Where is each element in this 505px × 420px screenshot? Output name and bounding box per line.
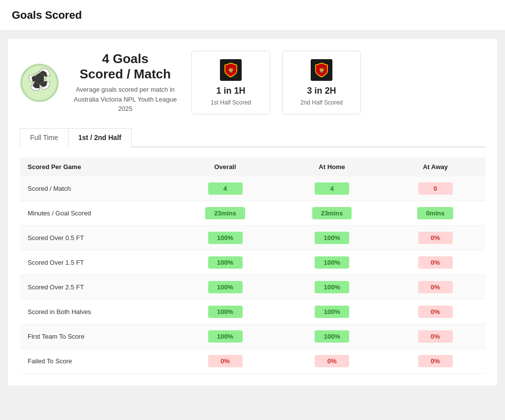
summary-row: 4 Goals Scored / Match Average goals sco… (20, 51, 485, 114)
row-cell-overall: 0% (172, 349, 279, 374)
row-cell-overall: 100% (172, 275, 279, 300)
first-half-stat-number: 1 in 1H (216, 86, 245, 96)
cell-value: 0% (418, 281, 453, 293)
row-label: Scored in Both Halves (20, 300, 172, 324)
row-cell-at_away: 0mins (385, 201, 485, 226)
table-row: Failed To Score0%0%0% (20, 349, 485, 374)
cell-value: 100% (208, 281, 243, 293)
row-label: Scored / Match (20, 176, 172, 201)
cell-value: 100% (208, 256, 243, 269)
cell-value: 0% (418, 330, 453, 343)
cell-value: 0% (418, 256, 453, 269)
cell-value: 4 (315, 182, 349, 195)
row-label: Failed To Score (20, 349, 172, 374)
team-shield-icon: 🦁 (222, 61, 240, 79)
main-stat-subtitle: Average goals scored per match in Austra… (71, 85, 180, 114)
first-half-card: 🦁 1 in 1H 1st Half Scored (191, 51, 270, 114)
row-label: Scored Over 1.5 FT (20, 250, 172, 275)
row-cell-at_home: 100% (279, 324, 386, 349)
tabs-container: Full Time 1st / 2nd Half (20, 128, 485, 147)
main-stat: 4 Goals Scored / Match Average goals sco… (71, 51, 180, 114)
row-cell-at_away: 0% (385, 349, 485, 374)
cell-value: 100% (208, 306, 243, 318)
cell-value: 100% (208, 330, 243, 343)
cell-value: 0% (418, 355, 453, 367)
cell-value: 23mins (205, 207, 245, 219)
team-badge-first-half: 🦁 (220, 59, 242, 81)
row-label: First Team To Score (20, 324, 172, 349)
cell-value: 100% (315, 256, 349, 269)
row-cell-at_home: 4 (279, 176, 386, 201)
table-row: Scored Over 2.5 FT100%100%0% (20, 275, 485, 300)
col-header-at-home: At Home (279, 157, 386, 176)
cell-value: 100% (208, 232, 243, 244)
page-wrapper: Goals Scored (0, 0, 505, 420)
cell-value: 100% (315, 232, 349, 244)
table-row: Scored Over 1.5 FT100%100%0% (20, 250, 485, 275)
tab-full-time[interactable]: Full Time (20, 128, 68, 147)
col-header-overall: Overall (172, 157, 279, 176)
cell-value: 100% (315, 330, 349, 343)
row-cell-at_home: 0% (279, 349, 386, 374)
col-header-label: Scored Per Game (20, 157, 172, 176)
team-badge-second-half: 🦁 (311, 59, 332, 81)
cell-value: 0mins (417, 207, 454, 219)
tab-half-time[interactable]: 1st / 2nd Half (68, 128, 132, 147)
cell-value: 100% (315, 306, 349, 318)
row-cell-overall: 100% (172, 226, 279, 250)
cell-value: 0% (418, 232, 453, 244)
row-cell-overall: 100% (172, 300, 279, 324)
row-cell-overall: 100% (172, 250, 279, 275)
soccer-ball-icon (20, 63, 59, 103)
cell-value: 4 (208, 182, 243, 195)
main-stat-line1: 4 Goals Scored / Match (71, 51, 180, 82)
cell-value: 0 (418, 182, 453, 195)
table-header-row: Scored Per Game Overall At Home At Away (20, 157, 485, 176)
row-label: Scored Over 2.5 FT (20, 275, 172, 300)
row-cell-at_home: 100% (279, 250, 386, 275)
row-cell-at_away: 0 (385, 176, 485, 201)
svg-text:🦁: 🦁 (319, 67, 325, 73)
first-half-stat-label: 1st Half Scored (211, 99, 251, 106)
stats-table: Scored Per Game Overall At Home At Away … (20, 157, 485, 374)
row-cell-at_home: 100% (279, 226, 386, 250)
cell-value: 100% (315, 281, 349, 293)
table-row: Scored / Match440 (20, 176, 485, 201)
svg-text:🦁: 🦁 (228, 67, 234, 73)
row-cell-at_away: 0% (385, 275, 485, 300)
team-shield-icon-2: 🦁 (313, 61, 330, 79)
main-content: 4 Goals Scored / Match Average goals sco… (8, 39, 497, 385)
row-cell-at_home: 100% (279, 300, 386, 324)
second-half-stat-label: 2nd Half Scored (300, 99, 343, 106)
row-cell-at_away: 0% (385, 226, 485, 250)
cell-value: 0% (315, 355, 349, 367)
table-row: Scored Over 0.5 FT100%100%0% (20, 226, 485, 250)
row-cell-at_home: 100% (279, 275, 386, 300)
cell-value: 0% (418, 306, 453, 318)
row-cell-overall: 4 (172, 176, 279, 201)
second-half-stat-number: 3 in 2H (307, 86, 336, 96)
row-cell-at_away: 0% (385, 324, 485, 349)
table-row: First Team To Score100%100%0% (20, 324, 485, 349)
table-row: Scored in Both Halves100%100%0% (20, 300, 485, 324)
header-bar: Goals Scored (0, 0, 505, 31)
row-label: Scored Over 0.5 FT (20, 226, 172, 250)
row-cell-at_home: 23mins (279, 201, 386, 226)
cell-value: 0% (208, 355, 243, 367)
row-cell-at_away: 0% (385, 300, 485, 324)
page-title: Goals Scored (12, 9, 493, 22)
row-cell-overall: 100% (172, 324, 279, 349)
cell-value: 23mins (312, 207, 352, 219)
row-cell-overall: 23mins (172, 201, 279, 226)
col-header-at-away: At Away (385, 157, 485, 176)
table-row: Minutes / Goal Scored23mins23mins0mins (20, 201, 485, 226)
row-label: Minutes / Goal Scored (20, 201, 172, 226)
row-cell-at_away: 0% (385, 250, 485, 275)
second-half-card: 🦁 3 in 2H 2nd Half Scored (282, 51, 361, 114)
